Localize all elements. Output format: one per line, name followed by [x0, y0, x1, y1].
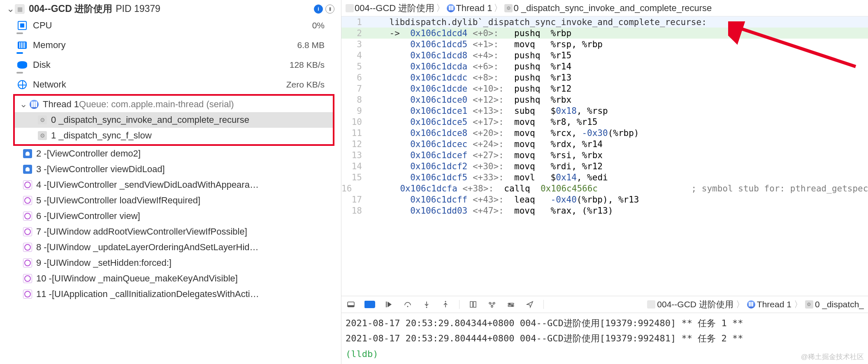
debug-view-hierarchy-button[interactable] — [468, 299, 478, 310]
stack-frame-row[interactable]: 6 -[UIViewController view] — [0, 208, 341, 224]
code-line[interactable]: 1 libdispatch.dylib`_dispatch_sync_invok… — [341, 16, 868, 28]
stack-frame-row[interactable]: 9 -[UIWindow _setHidden:forced:] — [0, 255, 341, 271]
framework-icon — [23, 243, 32, 252]
user-icon — [23, 149, 32, 158]
step-into-button[interactable] — [421, 299, 432, 310]
svg-point-14 — [509, 303, 511, 304]
memory-icon — [18, 41, 27, 49]
line-number: 16 — [341, 184, 358, 194]
line-content: 0x106c1dcef <+27>: movq %rsi, %rbx — [369, 150, 868, 160]
breadcrumb-frame[interactable]: 0 _dispatch_sync_invoke_and_complete_rec… — [513, 3, 712, 14]
line-content: 0x106c1dcfa <+38>: callq 0x106c4566c ; s… — [358, 184, 868, 194]
editor-breadcrumb[interactable]: 004--GCD 进阶使用 〉 Thread 1 〉 ⚙ 0 _dispatch… — [341, 0, 868, 16]
network-value: Zero KB/s — [286, 80, 325, 90]
cpu-icon — [18, 21, 27, 30]
stack-frame-row[interactable]: 4 -[UIViewController _sendViewDidLoadWit… — [0, 177, 341, 193]
line-number: 1 — [341, 17, 369, 27]
stack-frame-row[interactable]: 10 -[UIWindow _mainQueue_makeKeyAndVisib… — [0, 271, 341, 286]
svg-rect-2 — [348, 305, 354, 307]
code-line[interactable]: 12 0x106c1dcec <+24>: movq %rdx, %r14 — [341, 138, 868, 150]
disassembly-editor[interactable]: 1 libdispatch.dylib`_dispatch_sync_invok… — [341, 16, 868, 296]
line-number: 7 — [341, 84, 369, 94]
code-line[interactable]: 17 0x106c1dcff <+43>: leaq -0x40(%rbp), … — [341, 194, 868, 205]
console-line: 2021-08-17 20:53:29.804344+0800 004--GCD… — [346, 316, 864, 331]
code-line[interactable]: 2 -> 0x106c1dcd4 <+0>: pushq %rbp — [341, 28, 868, 39]
framework-icon — [23, 290, 32, 299]
environment-overrides-button[interactable] — [506, 299, 516, 310]
code-line[interactable]: 16 0x106c1dcfa <+38>: callq 0x106c4566c … — [341, 183, 868, 194]
code-line[interactable]: 15 0x106c1dcf5 <+33>: movl $0x14, %edi — [341, 172, 868, 183]
disclosure-down-icon[interactable]: ⌄ — [20, 99, 27, 110]
memory-bar — [16, 52, 23, 54]
stack-frame-row[interactable]: 3 -[ViewController viewDidLoad] — [0, 161, 341, 177]
line-content: -> 0x106c1dcd4 <+0>: pushq %rbp — [369, 28, 868, 38]
step-out-button[interactable] — [440, 299, 451, 310]
debug-bc-thread[interactable]: Thread 1 — [757, 299, 791, 309]
thread-row[interactable]: ⌄ Thread 1 Queue: com.apple.main-thread … — [15, 97, 333, 112]
toggle-breakpoints-button[interactable] — [364, 299, 375, 310]
disclosure-down-icon[interactable]: ⌄ — [7, 3, 12, 14]
code-line[interactable]: 18 0x106c1dd03 <+47>: movq %rax, (%r13) — [341, 205, 868, 216]
chevron-right-icon: 〉 — [735, 299, 745, 310]
code-line[interactable]: 8 0x106c1dce0 <+12>: pushq %rbx — [341, 94, 868, 105]
memory-stat-row[interactable]: Memory 6.8 MB — [0, 37, 341, 53]
columns-icon[interactable]: ⦀ — [325, 5, 334, 14]
line-content: 0x106c1dce0 <+12>: pushq %rbx — [369, 95, 868, 105]
network-stat-row[interactable]: Network Zero KB/s — [0, 77, 341, 92]
thread-icon — [30, 100, 39, 109]
code-line[interactable]: 9 0x106c1dce1 <+13>: subq $0x18, %rsp — [341, 105, 868, 116]
process-header-row[interactable]: ⌄ ▦ 004--GCD 进阶使用 PID 19379 i ⦀ — [0, 0, 341, 18]
framework-icon — [23, 258, 32, 267]
framework-icon — [23, 180, 32, 189]
line-number: 5 — [341, 62, 369, 71]
disk-stat-row[interactable]: Disk 128 KB/s — [0, 57, 341, 73]
stack-frame-row[interactable]: 11 -[UIApplication _callInitializationDe… — [0, 286, 341, 302]
debug-bc-app[interactable]: 004--GCD 进阶使用 — [657, 299, 733, 310]
breadcrumb-app[interactable]: 004--GCD 进阶使用 — [355, 2, 434, 14]
line-content: 0x106c1dcf5 <+33>: movl $0x14, %edi — [369, 173, 868, 182]
svg-point-11 — [491, 306, 493, 307]
code-line[interactable]: 6 0x106c1dcdc <+8>: pushq %r13 — [341, 72, 868, 83]
debug-toolbar: 004--GCD 进阶使用 〉 Thread 1 〉 ⚙ 0 _dispatch… — [341, 296, 868, 313]
debug-memory-graph-button[interactable] — [487, 299, 497, 310]
info-icon[interactable]: i — [314, 5, 323, 14]
framework-icon — [23, 227, 32, 236]
code-line[interactable]: 14 0x106c1dcf2 <+30>: movq %rdi, %r12 — [341, 161, 868, 172]
breadcrumb-thread[interactable]: Thread 1 — [456, 3, 492, 14]
code-line[interactable]: 13 0x106c1dcef <+27>: movq %rsi, %rbx — [341, 150, 868, 161]
line-number: 11 — [341, 128, 369, 138]
code-line[interactable]: 5 0x106c1dcda <+6>: pushq %r14 — [341, 61, 868, 72]
stack-frame-label: 2 -[ViewController demo2] — [36, 148, 141, 159]
simulate-location-button[interactable] — [525, 299, 535, 310]
debug-bc-frame[interactable]: 0 _dispatch_ — [815, 299, 864, 309]
stack-frame-row[interactable]: ⚙1 _dispatch_sync_f_slow — [15, 128, 333, 143]
debug-console[interactable]: 2021-08-17 20:53:29.804344+0800 004--GCD… — [341, 313, 868, 364]
step-over-button[interactable] — [402, 299, 413, 310]
stack-frame-row[interactable]: 5 -[UIViewController loadViewIfRequired] — [0, 193, 341, 208]
gear-icon: ⚙ — [805, 300, 813, 309]
line-number: 17 — [341, 195, 369, 205]
app-icon: ▦ — [15, 4, 25, 14]
code-line[interactable]: 4 0x106c1dcd8 <+4>: pushq %r15 — [341, 50, 868, 61]
stack-frame-row[interactable]: 8 -[UIWindow _updateLayerOrderingAndSetL… — [0, 240, 341, 255]
stack-frame-row[interactable]: ⚙0 _dispatch_sync_invoke_and_complete_re… — [15, 112, 333, 128]
cpu-stat-row[interactable]: CPU 0% — [0, 18, 341, 33]
continue-button[interactable] — [383, 299, 394, 310]
line-content: 0x106c1dce5 <+17>: movq %r8, %r15 — [369, 117, 868, 127]
line-number: 14 — [341, 161, 369, 171]
user-icon — [23, 165, 32, 174]
code-line[interactable]: 7 0x106c1dcde <+10>: pushq %r12 — [341, 83, 868, 94]
framework-icon — [23, 196, 32, 205]
framework-icon — [23, 212, 32, 221]
cpu-value: 0% — [312, 21, 325, 30]
stack-frame-row[interactable]: 7 -[UIWindow addRootViewControllerViewIf… — [0, 224, 341, 240]
line-content: 0x106c1dcd8 <+4>: pushq %r15 — [369, 51, 868, 60]
stack-frame-row[interactable]: 2 -[ViewController demo2] — [0, 146, 341, 161]
toggle-console-button[interactable] — [346, 299, 356, 310]
code-line[interactable]: 11 0x106c1dce8 <+20>: movq %rcx, -0x30(%… — [341, 127, 868, 138]
svg-point-4 — [407, 306, 408, 307]
code-line[interactable]: 10 0x106c1dce5 <+17>: movq %r8, %r15 — [341, 116, 868, 127]
code-line[interactable]: 3 0x106c1dcd5 <+1>: movq %rsp, %rbp — [341, 39, 868, 50]
debug-breadcrumb[interactable]: 004--GCD 进阶使用 〉 Thread 1 〉 ⚙ 0 _dispatch… — [647, 299, 864, 310]
line-content: 0x106c1dce1 <+13>: subq $0x18, %rsp — [369, 106, 868, 116]
